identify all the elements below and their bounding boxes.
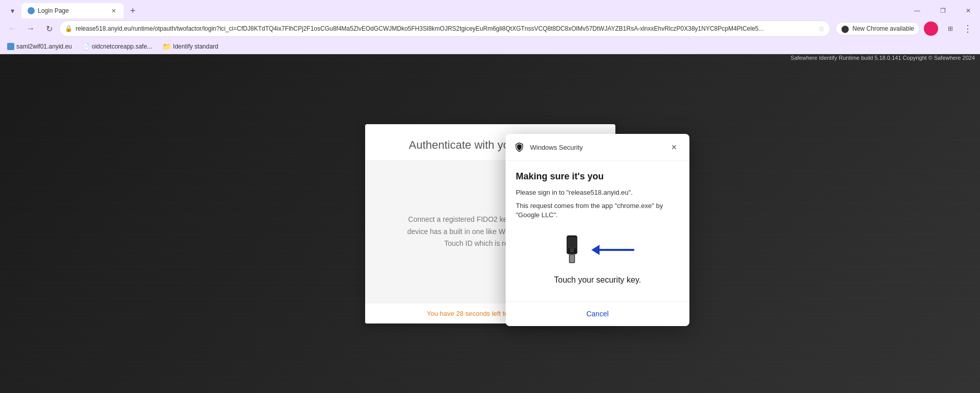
lock-icon: 🔒 — [65, 25, 73, 32]
address-text: release518.anyid.eu/runtime/otpauth/twof… — [76, 25, 815, 32]
dialog-text-2: This request comes from the app "chrome.… — [516, 201, 679, 220]
touch-security-key-text: Touch your security key. — [516, 275, 679, 285]
windows-shield-icon — [514, 142, 525, 153]
bookmark-label-saml: saml2wif01.anyid.eu — [16, 43, 72, 50]
browser-tab[interactable]: Login Page ✕ — [21, 3, 124, 18]
dialog-title-text: Windows Security — [530, 144, 662, 151]
profile-icon[interactable] — [924, 21, 938, 36]
tab-title: Login Page — [38, 7, 69, 14]
chrome-notification[interactable]: ⬤ New Chrome available — [835, 22, 920, 35]
bookmark-site-icon — [7, 43, 14, 50]
background: Authenticate with your credential Connec… — [0, 55, 980, 393]
svg-rect-4 — [570, 249, 573, 252]
dialog-text-1: Please sign in to "release518.anyid.eu". — [516, 188, 679, 197]
svg-rect-1 — [568, 238, 576, 248]
copyright-bar: Safewhere Identify Runtime build 5.18.0.… — [791, 55, 975, 61]
extra-browser-buttons: ⊞ ⋮ — [942, 20, 976, 37]
forward-button[interactable]: → — [22, 20, 39, 37]
bookmark-item-oidc[interactable]: 📄 oidcnetcoreapp.safe... — [79, 42, 155, 51]
dialog-footer: Cancel — [506, 301, 689, 326]
bookmark-item-saml[interactable]: saml2wif01.anyid.eu — [4, 42, 75, 51]
bookmark-label-identify: Identify standard — [173, 43, 219, 50]
chrome-icon: ⬤ — [841, 25, 849, 33]
svg-rect-3 — [570, 255, 574, 262]
new-tab-button[interactable]: + — [126, 4, 140, 18]
bookmarks-bar: saml2wif01.anyid.eu 📄 oidcnetcoreapp.saf… — [0, 39, 980, 54]
bookmark-folder-icon: 📁 — [162, 42, 171, 51]
copyright-text: Safewhere Identify Runtime build 5.18.0.… — [791, 55, 975, 61]
close-button[interactable]: ✕ — [957, 3, 980, 19]
minimize-button[interactable]: — — [905, 3, 929, 19]
chrome-notification-text: New Chrome available — [852, 25, 914, 32]
bookmark-label-oidc: oidcnetcoreapp.safe... — [92, 43, 152, 50]
security-dialog: Windows Security ✕ Making sure it's you … — [506, 134, 689, 326]
tab-close-button[interactable]: ✕ — [109, 7, 117, 15]
bookmark-star-icon[interactable]: ☆ — [818, 25, 825, 33]
tab-bar: ▾ Login Page ✕ + — ❐ ✕ — [0, 0, 980, 18]
dialog-titlebar: Windows Security ✕ — [506, 134, 689, 161]
back-button[interactable]: ← — [4, 20, 20, 37]
reload-button[interactable]: ↻ — [41, 20, 57, 37]
address-bar[interactable]: 🔒 release518.anyid.eu/runtime/otpauth/tw… — [59, 20, 830, 37]
arrow-line — [600, 249, 634, 251]
dialog-illustration — [516, 224, 679, 275]
address-bar-row: ← → ↻ 🔒 release518.anyid.eu/runtime/otpa… — [0, 18, 980, 39]
tab-list-button[interactable]: ▾ — [5, 4, 19, 18]
restore-button[interactable]: ❐ — [931, 3, 954, 19]
dialog-heading: Making sure it's you — [516, 171, 679, 182]
dialog-body: Making sure it's you Please sign in to "… — [506, 161, 689, 301]
browser-frame: ▾ Login Page ✕ + — ❐ ✕ ← → ↻ 🔒 release51… — [0, 0, 980, 54]
dialog-close-button[interactable]: ✕ — [667, 140, 681, 154]
window-controls: — ❐ ✕ — [905, 3, 980, 19]
bookmark-page-icon: 📄 — [82, 43, 90, 50]
arrow-head — [591, 245, 600, 255]
tab-favicon — [28, 7, 35, 14]
blue-arrow — [593, 242, 634, 258]
bookmark-item-identify[interactable]: 📁 Identify standard — [159, 41, 222, 52]
extensions-button[interactable]: ⊞ — [942, 20, 959, 37]
cancel-button[interactable]: Cancel — [578, 307, 617, 321]
more-options-button[interactable]: ⋮ — [960, 20, 976, 37]
usb-key-icon — [561, 235, 583, 265]
usb-key-svg — [561, 235, 583, 265]
